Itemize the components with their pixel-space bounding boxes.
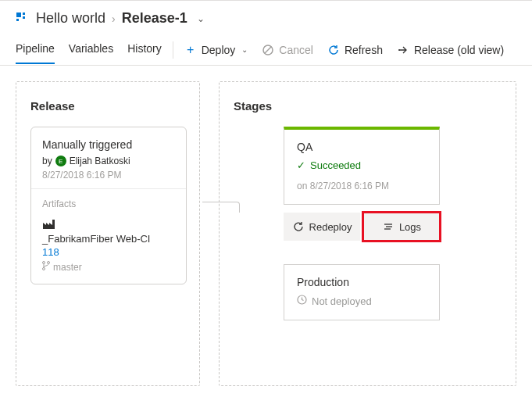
svg-line-5 — [265, 47, 271, 53]
svg-point-7 — [43, 262, 45, 264]
stage-qa-time-prefix: on — [297, 181, 307, 191]
release-panel: Release Manually triggered by E Elijah B… — [16, 81, 200, 386]
artifacts-label: Artifacts — [42, 199, 175, 209]
release-old-label: Release (old view) — [414, 44, 504, 56]
refresh-button[interactable]: Refresh — [327, 44, 383, 56]
release-user: Elijah Batkoski — [70, 156, 130, 166]
cancel-icon — [262, 44, 274, 56]
artifact-name: _FabrikamFiber Web-CI — [42, 233, 175, 245]
tab-pipeline[interactable]: Pipeline — [16, 36, 55, 64]
logs-button[interactable]: Logs — [363, 213, 440, 241]
logs-label: Logs — [399, 221, 421, 233]
svg-point-9 — [43, 268, 45, 270]
release-old-view-button[interactable]: Release (old view) — [397, 44, 504, 56]
refresh-icon — [327, 44, 340, 56]
build-icon — [42, 217, 175, 230]
release-panel-title: Release — [30, 99, 185, 113]
branch-icon — [42, 261, 50, 273]
check-icon: ✓ — [297, 159, 305, 171]
azure-pipelines-icon — [16, 12, 30, 26]
deploy-label: Deploy — [202, 44, 236, 56]
stages-panel-title: Stages — [234, 99, 502, 113]
plus-icon: + — [184, 44, 197, 56]
clock-icon — [297, 295, 307, 307]
cancel-label: Cancel — [279, 44, 313, 56]
stages-panel: Stages QA ✓ Succeeded on 8/27/2018 6:16 … — [219, 81, 516, 386]
stage-qa-name: QA — [297, 141, 427, 153]
artifact-build-id[interactable]: 118 — [42, 246, 175, 258]
branch-name: master — [53, 262, 82, 273]
svg-point-6 — [398, 49, 400, 51]
by-label: by — [42, 156, 52, 166]
svg-rect-0 — [16, 13, 21, 17]
stage-card-production[interactable]: Production Not deployed — [284, 264, 440, 320]
svg-point-8 — [48, 262, 50, 264]
header: Hello world › Release-1 ⌄ — [0, 1, 532, 34]
toolbar: Pipeline Variables History + Deploy ⌄ Ca… — [0, 34, 532, 66]
connector-line — [202, 202, 240, 213]
stage-qa-time: 8/27/2018 6:16 PM — [310, 181, 389, 191]
release-card[interactable]: Manually triggered by E Elijah Batkoski … — [30, 127, 187, 284]
stage-prod-status: Not deployed — [312, 295, 372, 307]
stage-card-qa[interactable]: QA ✓ Succeeded on 8/27/2018 6:16 PM — [284, 127, 440, 205]
release-datetime: 8/27/2018 6:16 PM — [42, 170, 175, 181]
refresh-label: Refresh — [345, 44, 383, 56]
chevron-right-icon: › — [112, 13, 116, 25]
deploy-button[interactable]: + Deploy ⌄ — [184, 44, 248, 56]
redeploy-button[interactable]: Redeploy — [284, 213, 360, 241]
open-icon — [397, 44, 409, 56]
chevron-down-icon[interactable]: ⌄ — [197, 13, 205, 24]
cancel-button: Cancel — [262, 44, 313, 56]
breadcrumb-root[interactable]: Hello world — [36, 10, 105, 27]
svg-rect-1 — [23, 13, 25, 15]
release-trigger: Manually triggered — [42, 138, 175, 151]
avatar: E — [55, 156, 66, 166]
stage-qa-status: Succeeded — [310, 159, 361, 171]
svg-rect-2 — [23, 16, 25, 19]
tab-variables[interactable]: Variables — [69, 36, 113, 64]
tab-history[interactable]: History — [127, 36, 162, 64]
chevron-down-icon: ⌄ — [241, 45, 248, 54]
svg-rect-3 — [16, 19, 19, 21]
redeploy-label: Redeploy — [309, 221, 352, 233]
breadcrumb-release[interactable]: Release-1 — [122, 10, 187, 27]
stage-prod-name: Production — [297, 276, 427, 288]
redeploy-icon — [292, 220, 305, 233]
logs-icon — [382, 220, 395, 233]
